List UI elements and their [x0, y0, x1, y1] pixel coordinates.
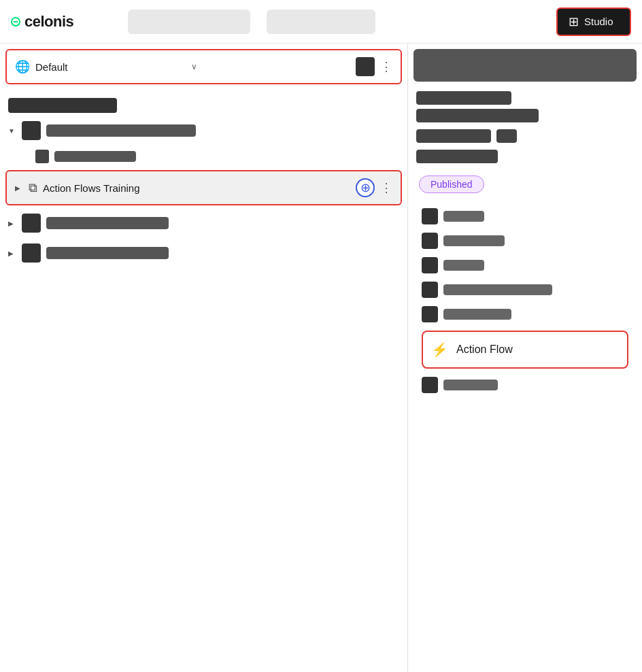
right-sub-item-4[interactable] — [419, 278, 631, 302]
right-icon-6 — [422, 377, 438, 393]
right-row-with-bar — [413, 127, 637, 146]
right-label-1 — [443, 211, 484, 222]
nav-middle-box[interactable] — [267, 10, 375, 34]
right-redacted-2 — [416, 109, 539, 122]
item-label-3 — [46, 247, 169, 259]
right-label-5 — [443, 309, 511, 320]
expand-arrow-action-flows-icon: ▶ — [15, 184, 23, 192]
right-redacted-3b — [496, 129, 517, 143]
tree-item-3[interactable]: ▶ — [0, 238, 407, 268]
right-sub-item-6[interactable] — [419, 373, 631, 397]
right-icon-4 — [422, 282, 438, 298]
published-badge: Published — [419, 175, 484, 193]
sub-icon-1 — [35, 150, 49, 163]
logo-area: celonis — [11, 13, 106, 31]
header-square-button[interactable] — [356, 57, 375, 76]
lightning-icon: ⚡ — [431, 341, 448, 358]
right-sub-item-1[interactable] — [419, 204, 631, 229]
logo-text: celonis — [24, 13, 73, 31]
main-layout: 🌐 Default ∨ ⋮ ▼ ▶ — [0, 44, 642, 672]
right-items-area: Published — [408, 82, 642, 672]
logo-circle-icon — [11, 17, 20, 27]
right-label-6 — [443, 380, 498, 390]
studio-label: Studio — [584, 16, 613, 27]
action-flows-icon: ⧉ — [29, 181, 37, 195]
chevron-down-icon: ∨ — [191, 62, 197, 71]
studio-button[interactable]: ⊞ Studio — [556, 7, 631, 36]
expand-arrow-icon: ▼ — [8, 127, 16, 135]
published-row: Published — [413, 167, 637, 201]
studio-icon: ⊞ — [569, 14, 579, 29]
left-panel: 🌐 Default ∨ ⋮ ▼ ▶ — [0, 44, 408, 672]
item-icon-1 — [22, 121, 41, 140]
expand-arrow-3-icon: ▶ — [8, 250, 16, 257]
right-panel: Published — [408, 44, 642, 672]
right-section: ⚡ Action Flow — [413, 201, 637, 400]
header-dots-button[interactable]: ⋮ — [380, 59, 392, 74]
action-flows-training-item[interactable]: ▶ ⧉ Action Flows Training ⊕ ⋮ — [5, 170, 402, 205]
right-redacted-4 — [416, 150, 498, 163]
default-header[interactable]: 🌐 Default ∨ ⋮ — [5, 49, 402, 84]
tree-item-2[interactable]: ▶ — [0, 208, 407, 238]
right-icon-2 — [422, 233, 438, 249]
right-icon-1 — [422, 208, 438, 224]
tree-item-1[interactable]: ▼ — [0, 116, 407, 146]
right-redacted-1 — [416, 91, 511, 105]
add-circle-button[interactable]: ⊕ — [356, 178, 375, 197]
right-redacted-3 — [416, 129, 491, 143]
top-navigation: celonis ⊞ Studio — [0, 0, 642, 44]
top-label-redacted — [8, 98, 117, 113]
right-label-4 — [443, 284, 552, 295]
right-icon-3 — [422, 257, 438, 273]
default-label: Default — [35, 61, 183, 73]
right-sub-item-3[interactable] — [419, 253, 631, 278]
action-flows-label: Action Flows Training — [43, 182, 350, 194]
expand-arrow-2-icon: ▶ — [8, 220, 16, 227]
right-sub-item-5[interactable] — [419, 302, 631, 326]
tree-container: ▼ ▶ ⧉ Action Flows Training ⊕ ⋮ ▶ — [0, 84, 407, 672]
sub-label-1 — [54, 151, 136, 162]
action-flows-dots-button[interactable]: ⋮ — [380, 180, 392, 195]
item-label-2 — [46, 217, 169, 229]
right-label-2 — [443, 235, 505, 246]
sub-item-1[interactable] — [0, 146, 407, 167]
action-flow-item[interactable]: ⚡ Action Flow — [422, 331, 628, 369]
action-flow-label: Action Flow — [456, 343, 513, 356]
item-icon-2 — [22, 214, 41, 233]
right-top-bar — [413, 49, 637, 82]
nav-search-box[interactable] — [128, 10, 250, 34]
right-label-3 — [443, 260, 484, 271]
item-label-1 — [46, 124, 196, 137]
right-icon-5 — [422, 306, 438, 322]
globe-icon: 🌐 — [15, 59, 30, 74]
item-icon-3 — [22, 243, 41, 263]
right-sub-item-2[interactable] — [419, 229, 631, 253]
